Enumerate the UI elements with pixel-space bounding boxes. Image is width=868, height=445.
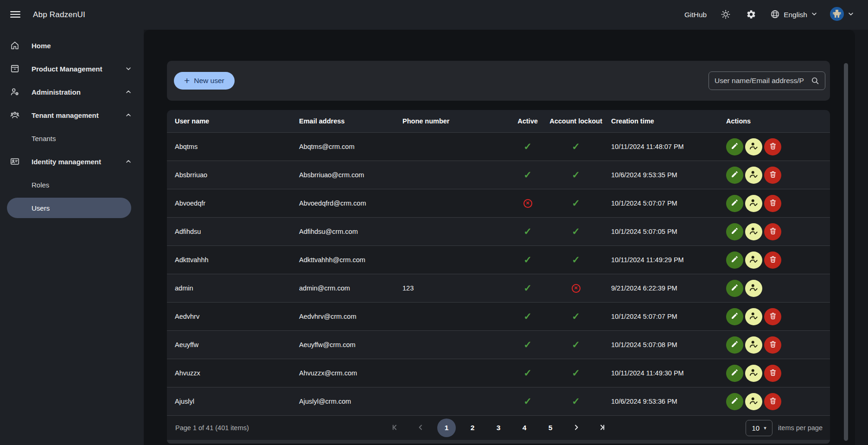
table-row[interactable]: Abqtms Abqtms@crm.com ✓ ✓ 10/11/2024 11:… [167, 132, 830, 161]
sidebar-item-roles[interactable]: Roles [0, 173, 144, 196]
delete-user-button[interactable] [764, 223, 781, 240]
new-user-button[interactable]: + New user [174, 72, 235, 90]
permissions-user-button[interactable] [745, 308, 762, 325]
search-input[interactable] [708, 71, 825, 90]
page-button-2[interactable]: 2 [463, 419, 482, 437]
page-size-value: 10 [752, 424, 760, 432]
table-row[interactable]: Aeuyffw Aeuyffw@crm.com ✓ ✓ 10/1/2024 5:… [167, 330, 830, 359]
edit-user-button[interactable] [726, 308, 743, 325]
lockout-check-icon: ✓ [572, 198, 580, 208]
delete-user-button[interactable] [764, 365, 781, 382]
active-check-icon: ✓ [523, 141, 532, 152]
cell-lockout: ✓ [549, 169, 603, 181]
lockout-check-icon: ✓ [572, 396, 580, 406]
edit-icon [731, 170, 739, 180]
delete-user-button[interactable] [764, 393, 781, 410]
permissions-user-button[interactable] [745, 138, 762, 155]
sidebar-item-identity-management[interactable]: Identity management [0, 150, 144, 173]
next-page-button[interactable] [567, 419, 586, 437]
horizontal-scrollbar[interactable] [167, 440, 830, 444]
hamburger-menu-button[interactable] [8, 8, 22, 22]
table-body: Abqtms Abqtms@crm.com ✓ ✓ 10/11/2024 11:… [167, 132, 830, 415]
delete-user-button[interactable] [764, 336, 781, 354]
table-row[interactable]: Adfihdsu Adfihdsu@crm.com ✓ ✓ 10/1/2024 … [167, 217, 830, 245]
edit-user-button[interactable] [726, 336, 743, 354]
vertical-scrollbar-thumb[interactable] [844, 63, 848, 441]
language-selector[interactable]: English [770, 9, 817, 21]
permissions-user-button[interactable] [745, 280, 762, 297]
settings-button[interactable] [745, 8, 758, 21]
page-button-5[interactable]: 5 [541, 419, 560, 437]
page-button-1[interactable]: 1 [437, 419, 456, 437]
cell-lockout: ✓ [549, 368, 603, 379]
column-header-account-lockout[interactable]: Account lockout [549, 117, 603, 125]
edit-user-button[interactable] [726, 365, 743, 382]
cell-lockout: ✓ [549, 226, 603, 237]
delete-user-button[interactable] [764, 167, 781, 184]
cell-actions [718, 195, 830, 212]
sidebar-item-users[interactable]: Users [7, 198, 131, 218]
permissions-user-button[interactable] [745, 167, 762, 184]
edit-user-button[interactable] [726, 280, 743, 297]
edit-user-button[interactable] [726, 393, 743, 410]
edit-icon [731, 199, 739, 208]
previous-page-button[interactable] [411, 419, 430, 437]
first-page-button[interactable] [385, 419, 404, 437]
user-check-icon [749, 198, 759, 209]
cell-actions [718, 138, 830, 155]
sidebar-item-tenants[interactable]: Tenants [0, 127, 144, 150]
column-header-email-address[interactable]: Email address [291, 117, 395, 125]
delete-user-button[interactable] [764, 308, 781, 325]
cell-user-name: Aeuyffw [167, 341, 291, 348]
delete-user-button[interactable] [764, 195, 781, 212]
chevron-down-icon [811, 11, 817, 19]
table-row[interactable]: Ajuslyl Ajuslyl@crm.com ✓ ✓ 10/6/2024 9:… [167, 387, 830, 415]
permissions-user-button[interactable] [745, 223, 762, 240]
permissions-user-button[interactable] [745, 365, 762, 382]
table-row[interactable]: Ahvuzzx Ahvuzzx@crm.com ✓ ✓ 10/11/2024 1… [167, 359, 830, 387]
table-row[interactable]: Abvoedqfr Abvoedqfrd@crm.com ✕ ✓ 10/1/20… [167, 189, 830, 217]
edit-user-button[interactable] [726, 195, 743, 212]
table-row[interactable]: Aedvhrv Aedvhrv@crm.com ✓ ✓ 10/1/2024 5:… [167, 302, 830, 330]
lockout-check-icon: ✓ [572, 141, 580, 152]
page-button-4[interactable]: 4 [515, 419, 534, 437]
column-header-phone-number[interactable]: Phone number [395, 117, 507, 125]
github-link[interactable]: GitHub [684, 11, 707, 19]
edit-user-button[interactable] [726, 167, 743, 184]
table-row[interactable]: admin admin@crm.com 123 ✓ ✕ 9/21/2024 6:… [167, 274, 830, 302]
delete-user-button[interactable] [764, 252, 781, 269]
profile-menu[interactable] [830, 7, 854, 23]
table-row[interactable]: Absbrriuao Absbrriuao@crm.com ✓ ✓ 10/6/2… [167, 161, 830, 189]
sidebar-item-label: Users [32, 204, 50, 212]
cell-lockout: ✕ [549, 284, 603, 293]
sun-icon [721, 9, 731, 21]
edit-user-button[interactable] [726, 138, 743, 155]
last-page-button[interactable] [593, 419, 612, 437]
edit-icon [731, 368, 739, 378]
sidebar-item-tenant-management[interactable]: Tenant management [0, 103, 144, 127]
edit-user-button[interactable] [726, 252, 743, 269]
cell-email: Aedvhrv@crm.com [291, 313, 395, 320]
page-button-3[interactable]: 3 [489, 419, 508, 437]
cell-active: ✕ [507, 199, 549, 208]
cell-email: Ahvuzzx@crm.com [291, 369, 395, 377]
permissions-user-button[interactable] [745, 393, 762, 410]
cell-creation-time: 10/6/2024 9:53:36 PM [603, 398, 718, 405]
theme-toggle-button[interactable] [719, 8, 732, 21]
permissions-user-button[interactable] [745, 336, 762, 354]
sidebar-item-home[interactable]: Home [0, 34, 144, 57]
page-summary: Page 1 of 41 (401 items) [167, 424, 249, 432]
sidebar-item-administration[interactable]: Administration [0, 80, 144, 103]
page-size-select[interactable]: 10 ▾ [746, 420, 772, 436]
delete-user-button[interactable] [764, 138, 781, 155]
edit-user-button[interactable] [726, 223, 743, 240]
permissions-user-button[interactable] [745, 252, 762, 269]
cell-actions [718, 393, 830, 410]
table-row[interactable]: Adkttvahhh Adkttvahhh@crm.com ✓ ✓ 10/11/… [167, 245, 830, 274]
column-header-creation-time[interactable]: Creation time [603, 117, 718, 125]
sidebar-item-product-management[interactable]: Product Management [0, 57, 144, 80]
permissions-user-button[interactable] [745, 195, 762, 212]
column-header-active[interactable]: Active [507, 117, 549, 125]
column-header-user-name[interactable]: User name [167, 117, 291, 125]
globe-icon [770, 9, 780, 21]
